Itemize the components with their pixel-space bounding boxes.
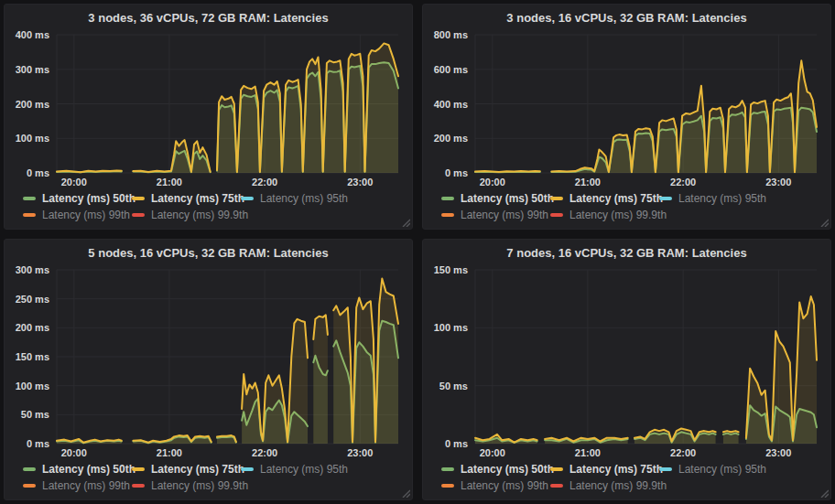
- legend-label: Latency (ms) 99th: [461, 479, 548, 492]
- panel-resize-handle-icon[interactable]: [401, 218, 410, 227]
- svg-text:23:00: 23:00: [765, 177, 791, 188]
- panel-title[interactable]: 3 nodes, 36 vCPUs, 72 GB RAM: Latencies: [12, 8, 405, 28]
- legend-item-latency-99th[interactable]: Latency (ms) 99th: [23, 208, 132, 222]
- series-color-swatch: [441, 197, 454, 200]
- legend-label: Latency (ms) 99.9th: [151, 209, 248, 221]
- legend-label: Latency (ms) 99th: [461, 209, 548, 221]
- legend-item-latency-95th[interactable]: Latency (ms) 95th: [241, 462, 401, 477]
- panel-3nodes-16vcpu: 3 nodes, 16 vCPUs, 32 GB RAM: Latencies …: [422, 4, 831, 230]
- series-color-swatch: [550, 484, 563, 488]
- svg-text:22:00: 22:00: [670, 177, 696, 188]
- legend-item-latency-95th[interactable]: Latency (ms) 95th: [659, 191, 819, 206]
- svg-text:400 ms: 400 ms: [16, 29, 49, 40]
- latency-chart[interactable]: 0 ms50 ms100 ms150 ms200 ms250 ms300 ms2…: [12, 263, 405, 459]
- legend-item-latency-99-9th[interactable]: Latency (ms) 99.9th: [550, 208, 659, 222]
- legend-item-latency-50th[interactable]: Latency (ms) 50th: [441, 462, 550, 477]
- series-color-swatch: [241, 467, 254, 471]
- series-color-swatch: [659, 197, 672, 200]
- svg-text:100 ms: 100 ms: [434, 322, 468, 333]
- series-color-swatch: [550, 213, 563, 217]
- panel-3nodes-36vcpu: 3 nodes, 36 vCPUs, 72 GB RAM: Latencies …: [4, 4, 413, 230]
- series-color-swatch: [132, 213, 145, 217]
- series-color-swatch: [132, 197, 145, 200]
- legend-item-latency-95th[interactable]: Latency (ms) 95th: [659, 462, 819, 477]
- series-color-swatch: [441, 213, 454, 217]
- legend-label: Latency (ms) 99th: [42, 209, 130, 221]
- latency-chart[interactable]: 0 ms100 ms200 ms300 ms400 ms20:0021:0022…: [12, 28, 405, 188]
- series-color-swatch: [23, 467, 36, 471]
- svg-text:400 ms: 400 ms: [434, 99, 468, 110]
- legend-label: Latency (ms) 95th: [260, 463, 348, 476]
- svg-text:300 ms: 300 ms: [16, 264, 49, 275]
- legend-label: Latency (ms) 95th: [678, 463, 766, 476]
- svg-text:23:00: 23:00: [347, 447, 373, 458]
- legend-label: Latency (ms) 75th: [151, 463, 244, 476]
- series-color-swatch: [659, 467, 672, 471]
- chart-legend: Latency (ms) 50th Latency (ms) 75th Late…: [12, 459, 405, 498]
- svg-text:20:00: 20:00: [61, 177, 87, 188]
- panel-resize-handle-icon[interactable]: [819, 218, 829, 227]
- panel-title[interactable]: 5 nodes, 16 vCPUs, 32 GB RAM: Latencies: [12, 243, 405, 263]
- svg-text:600 ms: 600 ms: [434, 64, 468, 75]
- series-color-swatch: [132, 467, 145, 471]
- legend-item-latency-99th[interactable]: Latency (ms) 99th: [23, 478, 132, 493]
- svg-text:20:00: 20:00: [61, 447, 87, 458]
- legend-label: Latency (ms) 99.9th: [569, 209, 667, 221]
- legend-item-latency-75th[interactable]: Latency (ms) 75th: [550, 191, 659, 206]
- legend-item-latency-99-9th[interactable]: Latency (ms) 99.9th: [132, 208, 241, 222]
- panel-5nodes-16vcpu: 5 nodes, 16 vCPUs, 32 GB RAM: Latencies …: [4, 239, 413, 500]
- panel-title[interactable]: 7 nodes, 16 vCPUs, 32 GB RAM: Latencies: [430, 243, 823, 263]
- legend-label: Latency (ms) 99.9th: [569, 479, 667, 492]
- legend-item-latency-50th[interactable]: Latency (ms) 50th: [23, 191, 132, 206]
- latency-chart[interactable]: 0 ms200 ms400 ms600 ms800 ms20:0021:0022…: [430, 28, 823, 188]
- legend-label: Latency (ms) 75th: [569, 463, 663, 476]
- legend-item-latency-99th[interactable]: Latency (ms) 99th: [441, 208, 550, 222]
- series-color-swatch: [241, 197, 254, 200]
- panel-title[interactable]: 3 nodes, 16 vCPUs, 32 GB RAM: Latencies: [430, 8, 823, 28]
- panel-resize-handle-icon[interactable]: [401, 488, 410, 498]
- svg-text:0 ms: 0 ms: [27, 438, 49, 449]
- legend-label: Latency (ms) 50th: [461, 463, 554, 476]
- legend-item-latency-95th[interactable]: Latency (ms) 95th: [241, 191, 401, 206]
- latency-chart[interactable]: 0 ms50 ms100 ms150 ms20:0021:0022:0023:0…: [430, 263, 823, 459]
- svg-text:20:00: 20:00: [480, 177, 505, 188]
- legend-label: Latency (ms) 50th: [42, 463, 136, 476]
- panel-resize-handle-icon[interactable]: [819, 488, 829, 498]
- legend-item-latency-75th[interactable]: Latency (ms) 75th: [132, 191, 241, 206]
- svg-text:100 ms: 100 ms: [16, 381, 49, 391]
- chart-legend: Latency (ms) 50th Latency (ms) 75th Late…: [430, 459, 823, 498]
- legend-label: Latency (ms) 95th: [678, 192, 766, 205]
- series-color-swatch: [23, 484, 36, 488]
- legend-label: Latency (ms) 50th: [461, 192, 554, 205]
- svg-text:21:00: 21:00: [157, 447, 182, 458]
- legend-item-latency-50th[interactable]: Latency (ms) 50th: [441, 191, 550, 206]
- legend-item-latency-75th[interactable]: Latency (ms) 75th: [132, 462, 241, 477]
- svg-text:200 ms: 200 ms: [16, 99, 49, 110]
- series-color-swatch: [132, 484, 145, 488]
- legend-label: Latency (ms) 99.9th: [151, 479, 248, 492]
- legend-item-latency-99th[interactable]: Latency (ms) 99th: [441, 478, 550, 493]
- series-color-swatch: [550, 197, 563, 200]
- series-color-swatch: [441, 467, 454, 471]
- legend-item-latency-99-9th[interactable]: Latency (ms) 99.9th: [550, 478, 659, 493]
- svg-text:22:00: 22:00: [670, 447, 696, 458]
- legend-item-latency-75th[interactable]: Latency (ms) 75th: [550, 462, 659, 477]
- series-color-swatch: [441, 484, 454, 488]
- svg-text:200 ms: 200 ms: [434, 133, 468, 144]
- panel-7nodes-16vcpu: 7 nodes, 16 vCPUs, 32 GB RAM: Latencies …: [422, 239, 831, 500]
- svg-text:21:00: 21:00: [575, 177, 601, 188]
- legend-item-latency-50th[interactable]: Latency (ms) 50th: [23, 462, 132, 477]
- svg-text:300 ms: 300 ms: [16, 64, 49, 75]
- svg-text:100 ms: 100 ms: [16, 133, 49, 144]
- svg-text:22:00: 22:00: [252, 447, 277, 458]
- series-color-swatch: [23, 213, 36, 217]
- svg-text:21:00: 21:00: [575, 447, 601, 458]
- legend-item-latency-99-9th[interactable]: Latency (ms) 99.9th: [132, 478, 241, 493]
- svg-text:50 ms: 50 ms: [439, 381, 468, 391]
- chart-legend: Latency (ms) 50th Latency (ms) 75th Late…: [430, 188, 823, 227]
- svg-text:0 ms: 0 ms: [445, 167, 468, 178]
- series-color-swatch: [23, 197, 36, 200]
- legend-label: Latency (ms) 99th: [42, 479, 130, 492]
- svg-text:150 ms: 150 ms: [16, 351, 49, 362]
- dashboard: 3 nodes, 36 vCPUs, 72 GB RAM: Latencies …: [0, 0, 835, 504]
